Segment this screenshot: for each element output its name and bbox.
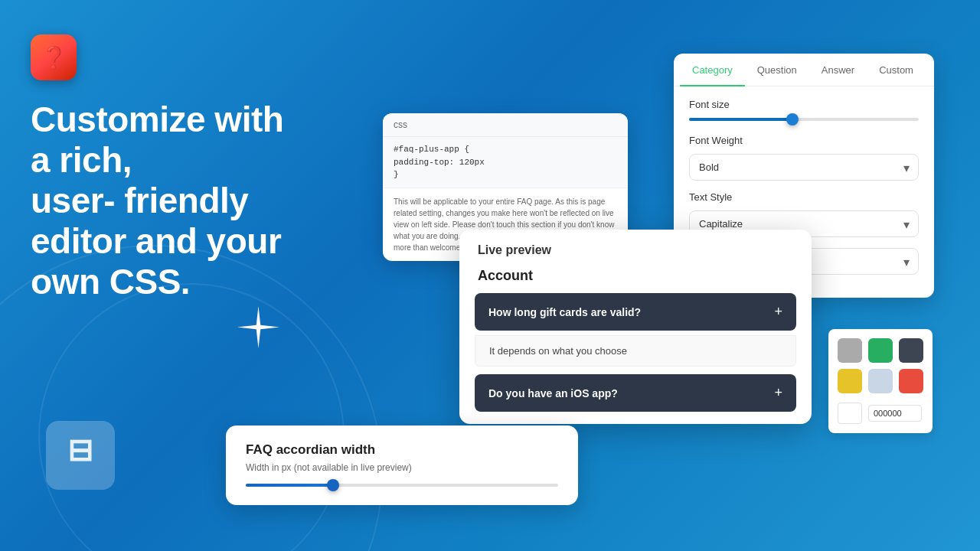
tab-answer[interactable]: Answer: [809, 54, 867, 86]
width-card-title: FAQ accordian width: [246, 442, 558, 458]
tab-question-label: Question: [757, 64, 797, 76]
swatch-gray[interactable]: [838, 338, 862, 363]
headline: Customize with a rich, user- friendly ed…: [31, 99, 360, 302]
font-weight-label: Font Weight: [689, 135, 919, 146]
faq-answer-text-1: It depends on what you choose: [489, 345, 627, 357]
css-card-header: css: [383, 113, 628, 137]
width-slider-dots: · · · · · · · · · · · · · · · · · · · · …: [333, 484, 558, 487]
css-code-block[interactable]: #faq-plus-app { padding-top: 120px }: [383, 137, 628, 187]
left-panel: Customize with a rich, user- friendly ed…: [31, 99, 360, 302]
faq-plus-icon-1: +: [774, 304, 782, 320]
swatch-green[interactable]: [868, 338, 893, 363]
css-line2: padding-top: 120px: [394, 156, 617, 169]
faq-question-1: How long gift cards are valid?: [488, 306, 641, 318]
color-row-2: [838, 369, 923, 393]
settings-tabs: Category Question Answer Custom: [674, 54, 934, 86]
headline-line3: user- friendly: [31, 181, 360, 221]
font-weight-select[interactable]: Bold Normal Light: [689, 154, 919, 181]
color-input-row: [838, 403, 923, 424]
width-card-subtitle: Width in px (not available in live previ…: [246, 462, 558, 473]
font-size-label: Font size: [689, 99, 919, 110]
faq-answer-1: It depends on what you choose: [475, 335, 796, 367]
faq-plus-icon-2: +: [774, 385, 782, 401]
headline-line4: editor and your: [31, 221, 360, 262]
font-weight-select-wrapper: Bold Normal Light ▾: [689, 154, 919, 181]
sparkle-decoration: [237, 306, 279, 348]
css-line1: #faq-plus-app {: [394, 143, 617, 156]
faq-question-2: Do you have an iOS app?: [488, 387, 618, 399]
swatch-red[interactable]: [899, 369, 923, 393]
tab-category[interactable]: Category: [680, 54, 745, 86]
headline-line1: Customize with: [31, 99, 360, 140]
swatch-yellow[interactable]: [838, 369, 862, 393]
width-slider-track: · · · · · · · · · · · · · · · · · · · · …: [246, 484, 558, 487]
live-preview-card: Live preview Account How long gift cards…: [459, 230, 812, 424]
color-hex-input[interactable]: [868, 405, 922, 422]
font-size-slider[interactable]: [689, 118, 919, 121]
font-size-fill: [689, 118, 792, 121]
tab-custom[interactable]: Custom: [867, 54, 926, 86]
width-slider-container[interactable]: · · · · · · · · · · · · · · · · · · · · …: [246, 484, 558, 487]
color-row-1: [838, 338, 923, 363]
tab-custom-label: Custom: [879, 64, 913, 76]
tab-category-label: Category: [692, 64, 733, 76]
tab-question[interactable]: Question: [745, 54, 809, 86]
swatch-light-blue[interactable]: [868, 369, 893, 393]
headline-line5: own CSS.: [31, 262, 360, 302]
bg-curve-2: [38, 283, 345, 551]
headline-line2: a rich,: [31, 140, 360, 181]
code-icon: ⊟: [46, 421, 115, 490]
width-card: FAQ accordian width Width in px (not ava…: [226, 425, 578, 505]
svg-text:⊟: ⊟: [67, 433, 93, 467]
font-size-thumb[interactable]: [786, 113, 799, 126]
color-swatches-panel: [828, 329, 933, 433]
app-icon-emoji: ❓: [41, 45, 67, 70]
font-size-track: [689, 118, 919, 121]
app-icon: ❓: [31, 34, 77, 80]
tab-answer-label: Answer: [822, 64, 854, 76]
swatch-dark-gray[interactable]: [899, 338, 923, 363]
faq-item-2[interactable]: Do you have an iOS app? +: [475, 374, 796, 412]
css-line3: }: [394, 168, 617, 181]
live-preview-header: Live preview: [459, 230, 812, 265]
faq-item-1[interactable]: How long gift cards are valid? +: [475, 293, 796, 331]
width-slider-fill: [246, 484, 333, 487]
css-header-label: css: [394, 119, 407, 130]
text-style-label: Text Style: [689, 191, 919, 203]
live-preview-section-title: Account: [459, 265, 812, 293]
color-preview-box: [838, 403, 862, 424]
